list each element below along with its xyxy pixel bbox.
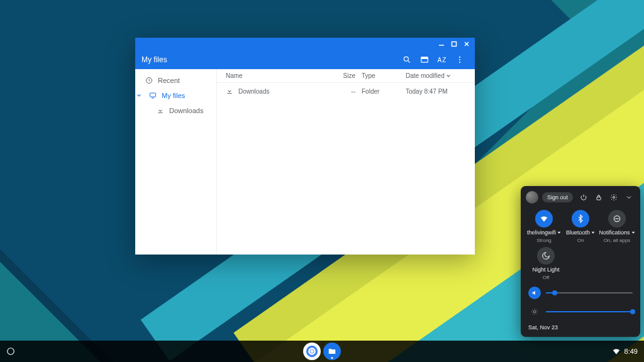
- bluetooth-tile[interactable]: Bluetooth On: [563, 210, 598, 243]
- sort-desc-icon: [446, 74, 451, 79]
- status-date: Sat, Nov 23: [528, 324, 633, 331]
- bluetooth-icon: [572, 210, 589, 228]
- volume-slider[interactable]: [528, 287, 633, 299]
- notifications-tile[interactable]: Notifications On, all apps: [599, 210, 635, 243]
- svg-line-5: [408, 60, 409, 62]
- bluetooth-label: Bluetooth: [566, 229, 590, 236]
- wifi-icon: [612, 347, 621, 356]
- window-titlebar: [135, 38, 475, 50]
- sort-button[interactable]: AZ: [433, 51, 451, 69]
- caret-down-icon: [591, 231, 595, 234]
- launcher-button[interactable]: [0, 341, 21, 362]
- folder-icon: [328, 347, 336, 356]
- file-list-header: Name Size Type Date modified: [217, 69, 475, 83]
- column-header-name[interactable]: Name: [217, 72, 324, 79]
- do-not-disturb-icon: [608, 210, 626, 228]
- svg-point-4: [404, 57, 408, 61]
- sidebar-label: Recent: [158, 77, 180, 84]
- chevron-down-icon: [136, 93, 143, 98]
- column-header-size[interactable]: Size: [324, 72, 362, 79]
- lock-button[interactable]: [592, 191, 605, 204]
- files-toolbar: My files AZ: [135, 50, 475, 69]
- view-toggle-button[interactable]: [416, 51, 433, 69]
- svg-point-15: [613, 197, 615, 199]
- close-button[interactable]: [462, 40, 471, 48]
- power-icon: [580, 194, 587, 201]
- svg-marker-20: [631, 232, 635, 234]
- window-title: My files: [142, 55, 167, 64]
- shelf: 8:49: [0, 341, 644, 362]
- user-avatar[interactable]: [526, 191, 538, 204]
- search-button[interactable]: [398, 51, 416, 69]
- svg-marker-17: [592, 232, 595, 234]
- svg-point-9: [459, 59, 460, 60]
- night-light-label: Night Light: [532, 266, 559, 273]
- computer-icon: [149, 92, 157, 99]
- download-icon: [226, 87, 233, 95]
- column-header-date[interactable]: Date modified: [406, 72, 475, 79]
- sign-out-button[interactable]: Sign out: [542, 192, 573, 202]
- notifications-label: Notifications: [599, 229, 630, 236]
- svg-point-26: [311, 350, 314, 353]
- sidebar-item-downloads[interactable]: Downloads: [135, 103, 216, 118]
- active-app-indicator: [331, 357, 333, 359]
- maximize-button[interactable]: [450, 40, 458, 48]
- wifi-label: thelivingwifi: [527, 229, 556, 236]
- wifi-icon: [535, 210, 553, 228]
- collapse-button[interactable]: [623, 191, 635, 204]
- files-window: My files AZ Recent My files: [135, 38, 475, 255]
- minimize-button[interactable]: [437, 40, 446, 48]
- volume-icon: [528, 287, 541, 299]
- clock-icon: [145, 77, 153, 84]
- status-tray[interactable]: 8:49: [612, 347, 644, 356]
- lock-icon: [595, 194, 602, 201]
- file-name: Downloads: [238, 88, 269, 95]
- svg-rect-12: [150, 93, 156, 97]
- thumbnail-view-icon: [420, 55, 429, 64]
- more-menu-button[interactable]: [451, 51, 469, 69]
- file-list-pane: Name Size Type Date modified Downloads -…: [217, 69, 475, 255]
- brightness-slider[interactable]: [528, 305, 633, 318]
- svg-marker-16: [558, 232, 561, 234]
- file-row[interactable]: Downloads -- Folder Today 8:47 PM: [217, 83, 475, 99]
- sort-label: AZ: [438, 57, 447, 63]
- bluetooth-sublabel: On: [577, 238, 584, 243]
- svg-rect-7: [421, 57, 428, 59]
- file-type: Folder: [362, 88, 406, 95]
- chevron-down-icon: [625, 194, 633, 201]
- wifi-sublabel: Strong: [536, 238, 552, 243]
- quick-settings-panel: Sign out thelivingwifi Strong: [521, 186, 640, 337]
- chrome-app[interactable]: [303, 343, 321, 360]
- clock: 8:49: [625, 348, 638, 355]
- night-light-tile[interactable]: Night Light Off: [528, 247, 564, 280]
- svg-rect-1: [452, 42, 457, 47]
- svg-point-8: [459, 57, 460, 58]
- sidebar-label: My files: [162, 92, 185, 99]
- settings-button[interactable]: [608, 191, 620, 204]
- brightness-icon: [528, 305, 541, 318]
- column-header-type[interactable]: Type: [362, 72, 406, 79]
- gear-icon: [610, 194, 618, 201]
- search-icon: [402, 55, 411, 64]
- files-sidebar: Recent My files Downloads: [135, 69, 217, 255]
- svg-point-10: [459, 62, 460, 63]
- download-icon: [157, 107, 164, 114]
- wifi-tile[interactable]: thelivingwifi Strong: [526, 210, 562, 243]
- caret-down-icon: [631, 231, 635, 234]
- chrome-icon: [306, 345, 318, 358]
- svg-point-21: [533, 310, 536, 313]
- file-size: --: [324, 88, 362, 95]
- night-light-icon: [537, 247, 555, 265]
- file-date: Today 8:47 PM: [406, 88, 475, 95]
- svg-rect-14: [597, 197, 601, 200]
- svg-point-22: [8, 348, 14, 355]
- caret-down-icon: [557, 231, 561, 234]
- sidebar-item-recent[interactable]: Recent: [135, 73, 216, 88]
- sidebar-label: Downloads: [169, 107, 203, 114]
- launcher-icon: [6, 347, 15, 356]
- more-vert-icon: [455, 55, 464, 64]
- power-button[interactable]: [577, 191, 590, 204]
- night-light-sublabel: Off: [543, 275, 550, 280]
- notifications-sublabel: On, all apps: [604, 238, 631, 243]
- sidebar-item-myfiles[interactable]: My files: [135, 88, 216, 103]
